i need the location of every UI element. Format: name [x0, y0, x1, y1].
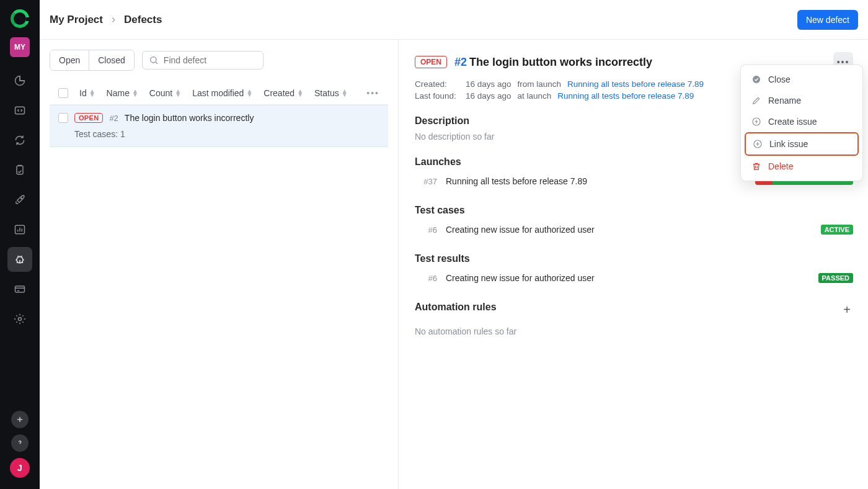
created-label: Created:: [415, 79, 459, 89]
nav-card-icon[interactable]: [7, 277, 32, 302]
nav-chart-icon[interactable]: [7, 217, 32, 242]
lastfound-time: 16 days ago: [466, 91, 512, 101]
menu-rename[interactable]: Rename: [745, 90, 859, 111]
col-count[interactable]: Count▲▼: [149, 88, 181, 98]
nav-code-icon[interactable]: [7, 98, 32, 123]
nav-bug-icon[interactable]: [7, 247, 32, 272]
columns-more-icon[interactable]: •••: [366, 88, 379, 98]
svg-rect-0: [16, 107, 25, 114]
trash-icon: [751, 161, 762, 172]
filter-closed[interactable]: Closed: [89, 50, 134, 70]
plus-circle-icon: [752, 138, 763, 150]
created-from: from launch: [518, 79, 562, 89]
lastfound-label: Last found:: [415, 91, 459, 101]
svg-point-2: [21, 198, 22, 199]
lastfound-launch-link[interactable]: Running all tests before release 7.89: [557, 91, 694, 101]
testcases-heading: Test cases: [415, 205, 853, 216]
testresult-name: Creating new issue for authorized user: [446, 273, 810, 283]
created-time: 16 days ago: [466, 79, 512, 89]
col-created[interactable]: Created▲▼: [264, 88, 303, 98]
created-launch-link[interactable]: Running all tests before release 7.89: [567, 79, 704, 89]
detail-title: #2The login button works incorrectly: [454, 56, 652, 69]
lastfound-at: at launch: [518, 91, 552, 101]
project-badge[interactable]: MY: [10, 37, 30, 57]
menu-create-issue[interactable]: Create issue: [745, 111, 859, 132]
svg-rect-5: [16, 286, 25, 292]
launch-id: #37: [415, 177, 437, 186]
search-input[interactable]: [164, 55, 257, 65]
select-all-checkbox[interactable]: [58, 88, 68, 98]
nav-pie-icon[interactable]: [7, 68, 32, 93]
check-circle-icon: [751, 74, 762, 85]
row-subline: Test cases: 1: [58, 129, 379, 139]
help-button[interactable]: [11, 434, 29, 452]
testresults-heading: Test results: [415, 253, 853, 264]
testcase-name: Creating new issue for authorized user: [446, 225, 812, 235]
svg-point-6: [19, 318, 22, 321]
testresult-row[interactable]: #6 Creating new issue for authorized use…: [415, 269, 853, 287]
plus-circle-icon: [751, 116, 762, 127]
filter-open[interactable]: Open: [50, 50, 89, 70]
detail-status-badge: OPEN: [415, 56, 447, 68]
status-filter: Open Closed: [50, 50, 135, 71]
testresult-id: #6: [415, 274, 437, 283]
testcase-row[interactable]: #6 Creating new issue for authorized use…: [415, 221, 853, 238]
col-last-modified[interactable]: Last modified▲▼: [192, 88, 252, 98]
breadcrumb-page: Defects: [124, 14, 162, 26]
new-defect-button[interactable]: New defect: [797, 10, 858, 30]
defect-row[interactable]: OPEN #2 The login button works incorrect…: [50, 105, 388, 147]
add-automation-button[interactable]: +: [841, 303, 853, 317]
user-avatar[interactable]: J: [10, 458, 30, 478]
status-badge: OPEN: [74, 113, 103, 123]
nav-refresh-icon[interactable]: [7, 128, 32, 153]
search-box[interactable]: [142, 51, 264, 70]
menu-link-issue[interactable]: Link issue: [745, 132, 859, 156]
testcase-id: #6: [415, 225, 437, 235]
col-name[interactable]: Name▲▼: [107, 88, 138, 98]
defect-detail-pane: OPEN #2The login button works incorrectl…: [399, 40, 868, 489]
table-header: Id▲▼ Name▲▼ Count▲▼ Last modified▲▼ Crea…: [50, 82, 388, 105]
topbar: My Project Defects New defect: [40, 0, 868, 40]
svg-point-7: [151, 57, 156, 63]
nav-rocket-icon[interactable]: [7, 187, 32, 212]
row-id: #2: [109, 114, 118, 123]
row-checkbox[interactable]: [58, 113, 68, 123]
breadcrumb: My Project Defects: [50, 14, 162, 26]
col-id[interactable]: Id▲▼: [79, 88, 95, 98]
sidebar: MY: [0, 0, 40, 489]
automation-heading: Automation rules: [415, 302, 497, 313]
svg-rect-1: [17, 166, 23, 174]
actions-menu: Close Rename Create issue Link issue: [740, 65, 863, 181]
pencil-icon: [751, 95, 762, 106]
menu-close[interactable]: Close: [745, 69, 859, 90]
chevron-right-icon: [109, 16, 118, 24]
nav-clipboard-icon[interactable]: [7, 158, 32, 182]
breadcrumb-project[interactable]: My Project: [50, 14, 103, 26]
automation-empty: No automation rules so far: [415, 326, 853, 336]
testresult-status-badge: PASSED: [818, 273, 853, 283]
row-title: The login button works incorrectly: [125, 113, 254, 123]
defect-list-pane: Open Closed Id▲▼ Name▲▼ Count▲▼: [40, 40, 399, 489]
menu-delete[interactable]: Delete: [745, 156, 859, 177]
svg-point-8: [753, 76, 760, 83]
app-logo: [10, 9, 30, 29]
col-status[interactable]: Status▲▼: [314, 88, 348, 98]
testcase-status-badge: ACTIVE: [821, 225, 853, 235]
search-icon: [149, 55, 159, 65]
nav-settings-icon[interactable]: [7, 307, 32, 331]
add-button[interactable]: [11, 411, 29, 428]
